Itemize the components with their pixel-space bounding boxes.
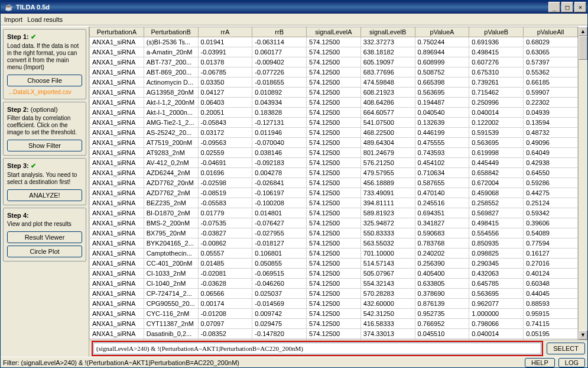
table-cell: AT7519_200nM — [144, 138, 198, 148]
table-cell: 638.18182 — [360, 47, 415, 57]
table-cell: Akt-I-1,2_200nM — [144, 98, 198, 108]
column-header[interactable]: signalLevelA — [307, 27, 361, 37]
vertical-scrollbar[interactable]: ▲ ▼ — [578, 27, 587, 340]
maximize-button[interactable]: □ — [561, 2, 573, 12]
table-cell: ANXA1_siRNA — [90, 37, 144, 47]
minimize-button[interactable]: _ — [548, 2, 560, 12]
column-header[interactable]: rrA — [198, 27, 252, 37]
table-row[interactable]: ANXA1_siRNACC-401_200nM0.014850.05085557… — [90, 259, 578, 269]
table-row[interactable]: ANXA1_siRNABI-D1870_2nM0.017790.01480157… — [90, 208, 578, 218]
table-cell: ANXA1_siRNA — [90, 339, 144, 340]
table-row[interactable]: ANXA1_siRNAAZD7762_20nM-0.02598-0.026841… — [90, 178, 578, 188]
table-cell: 0.658842 — [469, 168, 524, 178]
table-cell: -0.009402 — [252, 57, 307, 67]
table-row[interactable]: ANXA1_siRNAAS-25242_20...0.031720.011946… — [90, 128, 578, 138]
table-cell: 0.470140 — [415, 188, 469, 198]
table-row[interactable]: ANXA1_siRNAAZD6244_2nM0.016960.004278574… — [90, 168, 578, 178]
table-cell: -0.069515 — [252, 269, 307, 279]
table-row[interactable]: ANXA1_siRNACI-1033_2nM-0.02081-0.0695155… — [90, 269, 578, 279]
column-header[interactable]: pValueAll — [524, 27, 578, 37]
table-cell: 574.12500 — [307, 57, 361, 67]
choose-file-button[interactable]: Choose File — [7, 75, 82, 86]
table-row[interactable]: ANXA1_siRNABEZ235_2nM-0.05583-0.10020857… — [90, 198, 578, 208]
table-cell: 0.48732 — [524, 128, 578, 138]
table-row[interactable]: ANXA1_siRNACI-1040_2nM-0.03628-0.0462605… — [90, 279, 578, 289]
column-header[interactable]: signalLevelB — [360, 27, 415, 37]
table-cell: 574.12500 — [307, 208, 361, 218]
table-cell: 542.31250 — [360, 309, 415, 319]
table-row[interactable]: ANXA1_siRNACPG90550_20...0.00174-0.01456… — [90, 299, 578, 309]
table-row[interactable]: ANXA1_siRNAa-Amatin_20nM-0.039910.060177… — [90, 47, 578, 57]
table-row[interactable]: ANXA1_siRNACamptothecin...0.055570.10680… — [90, 248, 578, 259]
scroll-up-icon[interactable]: ▲ — [579, 27, 587, 36]
filter-input[interactable] — [93, 343, 541, 354]
table-row[interactable]: ANXA1_siRNAAZD7762_2nM-0.08519-0.1061975… — [90, 188, 578, 198]
data-table[interactable]: PerturbationAPerturbationBrrArrBsignalLe… — [89, 27, 578, 340]
scroll-down-icon[interactable]: ▼ — [579, 330, 587, 340]
table-row[interactable]: ANXA1_siRNAAG13958_20nM0.041270.01089257… — [90, 88, 578, 98]
circle-plot-button[interactable]: Circle Plot — [7, 246, 82, 257]
table-cell: 0.743593 — [415, 148, 469, 158]
table-cell: 0.050855 — [252, 259, 307, 269]
menu-load-results[interactable]: Load results — [27, 16, 63, 23]
table-cell: -0.046260 — [252, 279, 307, 289]
table-cell: 0.59907 — [524, 88, 578, 98]
table-row[interactable]: ANXA1_siRNADMSO_0.25%0.029130.032161574.… — [90, 339, 578, 340]
table-cell: 0.22210 — [524, 339, 578, 340]
step2-title: Step 2: — [7, 106, 29, 113]
table-cell: 0.05557 — [198, 248, 252, 259]
help-button[interactable]: HELP — [525, 358, 555, 367]
table-cell: 0.569827 — [469, 208, 524, 218]
table-cell: 0.029475 — [252, 319, 307, 329]
log-button[interactable]: LOG — [558, 358, 585, 367]
table-cell: -0.03827 — [198, 228, 252, 238]
show-filter-button[interactable]: Show Filter — [7, 140, 82, 151]
table-cell: ANXA1_siRNA — [90, 329, 144, 339]
close-button[interactable]: × — [574, 2, 586, 12]
table-row[interactable]: ANXA1_siRNABYK204165_2...-0.00862-0.0181… — [90, 238, 578, 248]
table-cell: BYK204165_2... — [144, 238, 198, 248]
table-cell: 0.66185 — [524, 78, 578, 88]
table-cell: 0.032161 — [252, 339, 307, 340]
column-header[interactable]: pValueB — [469, 27, 524, 37]
table-cell: 0.454102 — [415, 158, 469, 168]
table-row[interactable]: ANXA1_siRNAAkt-I-1_2000n...0.200510.1838… — [90, 108, 578, 118]
table-cell: 0.57397 — [524, 57, 578, 67]
menu-import[interactable]: Import — [4, 16, 22, 23]
table-row[interactable]: ANXA1_siRNAAV-412_0,2nM-0.04691-0.092183… — [90, 158, 578, 168]
table-row[interactable]: ANXA1_siRNACYT11387_2nM0.070970.02947557… — [90, 319, 578, 329]
result-viewer-button[interactable]: Result Viewer — [7, 231, 82, 243]
table-cell: BI-D1870_2nM — [144, 208, 198, 218]
table-row[interactable]: ANXA1_siRNAAMG-Tie2-1_2...-0.05843-0.127… — [90, 118, 578, 128]
analyze-button[interactable]: ANALYZE! — [7, 189, 82, 201]
table-cell: 574.12500 — [307, 339, 361, 340]
table-row[interactable]: ANXA1_siRNAAkt-I-1,2_200nM0.064030.04393… — [90, 98, 578, 108]
table-row[interactable]: ANXA1_siRNABX795_20nM-0.03827-0.02795557… — [90, 228, 578, 238]
table-cell: 0.563695 — [469, 138, 524, 148]
table-row[interactable]: ANXA1_siRNADasatinib_0,2...-0.08352-0.14… — [90, 329, 578, 339]
column-header[interactable]: rrB — [252, 27, 307, 37]
table-row[interactable]: ANXA1_siRNAAT9283_2nM0.025590.038146574.… — [90, 148, 578, 158]
status-text: Filter: (signalLevelA>240) & !(Perturbat… — [3, 359, 521, 366]
table-cell: 0.962077 — [469, 299, 524, 309]
table-cell: ANXA1_siRNA — [90, 118, 144, 128]
column-header[interactable]: PerturbationA — [90, 27, 144, 37]
table-row[interactable]: ANXA1_siRNAABT-869_200...-0.06785-0.0772… — [90, 67, 578, 78]
table-row[interactable]: ANXA1_siRNA(s)BI-2536 Ts...0.01941-0.063… — [90, 37, 578, 47]
filter-select-button[interactable]: SELECT — [547, 343, 585, 354]
table-row[interactable]: ANXA1_siRNABMS-2_200nM-0.07535-0.0764275… — [90, 218, 578, 228]
table-row[interactable]: ANXA1_siRNAAT7519_200nM-0.09563-0.070040… — [90, 138, 578, 148]
table-cell: ANXA1_siRNA — [90, 238, 144, 248]
table-row[interactable]: ANXA1_siRNACYC-116_2nM-0.012080.00974257… — [90, 309, 578, 319]
table-cell: 0.63065 — [524, 47, 578, 57]
table-row[interactable]: ANXA1_siRNAABT-737_200...0.01378-0.00940… — [90, 57, 578, 67]
table-cell: 0.06403 — [198, 98, 252, 108]
table-row[interactable]: ANXA1_siRNACP-724714_2...0.065660.025037… — [90, 289, 578, 299]
table-cell: 0.03172 — [198, 128, 252, 138]
scroll-thumb[interactable] — [579, 36, 587, 60]
table-cell: 0.39606 — [524, 218, 578, 228]
table-cell: AV-412_0,2nM — [144, 158, 198, 168]
column-header[interactable]: PerturbationB — [144, 27, 198, 37]
column-header[interactable]: pValueA — [415, 27, 469, 37]
table-row[interactable]: ANXA1_siRNAActinomycin D...0.03350-0.018… — [90, 78, 578, 88]
